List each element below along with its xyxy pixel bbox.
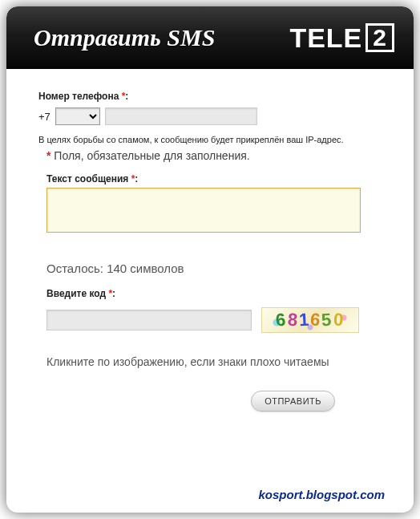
tele2-logo: TELE2 — [289, 22, 394, 54]
phone-number-input[interactable] — [105, 107, 257, 125]
footer-link[interactable]: kosport.blogspot.com — [259, 488, 386, 501]
message-label: Текст сообщения *: — [46, 173, 382, 184]
message-textarea[interactable] — [46, 188, 361, 233]
phone-prefix: +7 — [38, 111, 50, 123]
spam-note: В целях борьбы со спамом, к сообщению бу… — [38, 135, 382, 144]
required-asterisk: * — [122, 91, 126, 102]
required-asterisk: * — [131, 173, 135, 184]
submit-button[interactable]: ОТПРАВИТЬ — [251, 391, 335, 412]
phone-label: Номер телефона *: — [38, 91, 128, 102]
captcha-image[interactable]: 681650 — [261, 307, 359, 333]
page-title: Отправить SMS — [34, 24, 215, 51]
logo-text: TELE — [289, 22, 362, 54]
header: Отправить SMS TELE2 — [6, 6, 414, 69]
captcha-hint: Кликните по изображению, если знаки плох… — [46, 355, 382, 368]
remaining-counter: Осталось: 140 символов — [46, 262, 382, 275]
captcha-digits: 681650 — [276, 310, 345, 330]
phone-code-select[interactable] — [55, 107, 100, 125]
sms-form-panel: Отправить SMS TELE2 Номер телефона *: +7… — [6, 6, 414, 513]
captcha-label: Введите код *: — [46, 288, 382, 299]
required-asterisk: * — [108, 288, 112, 299]
required-asterisk: * — [46, 149, 50, 162]
required-note: * Поля, обязательные для заполнения. — [46, 149, 382, 162]
logo-box: 2 — [365, 23, 394, 52]
captcha-input[interactable] — [46, 310, 252, 330]
